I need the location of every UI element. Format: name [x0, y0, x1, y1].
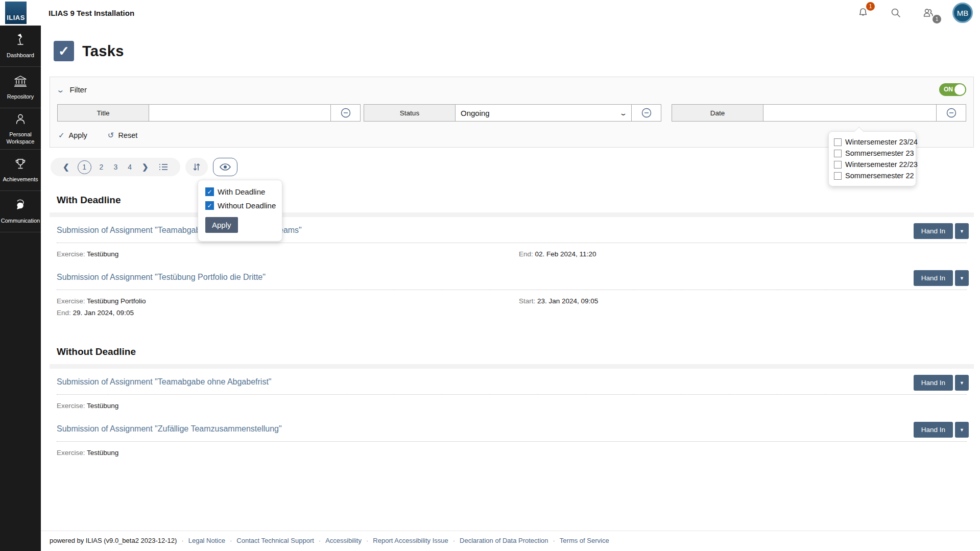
check-icon: ✓	[58, 131, 65, 140]
footer-link-report-accessibility[interactable]: Report Accessibility Issue	[373, 537, 448, 544]
status-selected-value: Ongoing	[461, 109, 490, 117]
pagination-page-2[interactable]: 2	[94, 163, 109, 171]
task-item: Submission of Assignment "Testübung Port…	[50, 264, 974, 323]
trophy-icon	[14, 157, 27, 173]
hand-in-button[interactable]: Hand In	[914, 375, 953, 391]
top-bar: ILIAS ILIAS 9 Test Installation 1 1 MB	[0, 0, 980, 26]
remove-title-filter-button[interactable]	[331, 104, 361, 122]
filter-apply-button[interactable]: ✓ Apply	[58, 131, 87, 140]
item-separator	[57, 394, 967, 395]
section-divider	[50, 364, 974, 369]
assignment-link[interactable]: Submission of Assignment "Teamabgabe ohn…	[57, 377, 272, 386]
sidebar-item-label: Communication	[0, 218, 41, 225]
page-title: Tasks	[82, 43, 124, 60]
pagination-page-4[interactable]: 4	[123, 163, 137, 171]
awareness-badge: 1	[933, 15, 941, 23]
section-without-deadline: Without Deadline Submission of Assignmen…	[50, 341, 974, 463]
footer-link-data-protection[interactable]: Declaration of Data Protection	[460, 537, 548, 544]
filter-apply-label: Apply	[69, 131, 87, 139]
hand-in-button[interactable]: Hand In	[914, 270, 953, 286]
unchecked-checkbox-icon[interactable]	[834, 150, 842, 157]
reset-icon: ↺	[108, 131, 114, 140]
title-filter-input[interactable]	[149, 104, 331, 122]
lamp-icon	[14, 33, 27, 49]
presentation-eye-button[interactable]	[213, 158, 237, 176]
hand-in-dropdown-caret[interactable]: ▼	[955, 422, 969, 438]
item-property: End: 02. Feb 2024, 11:20	[519, 250, 967, 258]
item-separator	[57, 243, 967, 243]
footer-link-accessibility[interactable]: Accessibility	[325, 537, 362, 544]
semester-option[interactable]: Wintersemester 22/23	[834, 160, 911, 169]
filter-on-toggle[interactable]: ON	[939, 83, 966, 96]
unchecked-checkbox-icon[interactable]	[834, 172, 842, 180]
sidebar-item-label: Achievements	[2, 176, 39, 183]
rows-per-page-list-icon[interactable]	[154, 163, 173, 171]
remove-date-filter-button[interactable]	[937, 104, 966, 122]
section-with-deadline: With Deadline Submission of Assignment "…	[50, 189, 974, 323]
awareness-contacts-icon[interactable]: 1	[920, 4, 937, 21]
filter-fields-row: Title Status Ongoing ⌄ Date	[57, 104, 966, 122]
sidebar-item-communication[interactable]: Communication	[0, 191, 41, 232]
item-property: End: 29. Jan 2024, 09:05	[57, 309, 519, 317]
page-header: ✓ Tasks	[50, 26, 974, 65]
sidebar-item-achievements[interactable]: Achievements	[0, 150, 41, 191]
filter-field-title: Title	[57, 104, 361, 122]
title-field-label: Title	[57, 104, 149, 122]
sidebar-item-label: Dashboard	[6, 52, 35, 59]
assignment-link[interactable]: Submission of Assignment "Zufällige Team…	[57, 424, 282, 433]
filter-collapse-chevron-icon[interactable]: ⌄	[56, 85, 65, 94]
hand-in-dropdown-caret[interactable]: ▼	[955, 223, 969, 239]
footer-link-contact-support[interactable]: Contact Technical Support	[236, 537, 314, 544]
footer-link-legal-notice[interactable]: Legal Notice	[188, 537, 225, 544]
ilias-logo[interactable]: ILIAS	[5, 2, 27, 24]
section-divider	[50, 212, 974, 217]
hand-in-button[interactable]: Hand In	[914, 422, 953, 438]
item-property: Exercise: Testübung	[57, 250, 519, 258]
toggle-knob	[954, 84, 965, 95]
status-filter-select[interactable]: Ongoing ⌄	[456, 104, 632, 122]
hand-in-dropdown-caret[interactable]: ▼	[955, 270, 969, 286]
tasks-check-icon: ✓	[54, 41, 74, 61]
search-icon[interactable]	[887, 4, 904, 21]
without-deadline-option[interactable]: ✓ Without Deadline	[205, 201, 275, 210]
semester-option[interactable]: Sommersemester 22	[834, 172, 911, 180]
popover-apply-button[interactable]: Apply	[205, 217, 238, 233]
assignment-link[interactable]: Submission of Assignment "Testübung Port…	[57, 273, 266, 281]
item-property: Start: 23. Jan 2024, 09:05	[519, 297, 967, 305]
footer-link-terms-of-service[interactable]: Terms of Service	[560, 537, 609, 544]
pagination-page-1-current[interactable]: 1	[78, 160, 91, 174]
page-footer: powered by ILIAS (v9.0_beta2 2023-12-12)…	[41, 531, 980, 551]
sidebar-item-repository[interactable]: Repository	[0, 67, 41, 108]
semester-option[interactable]: Wintersemester 23/24	[834, 138, 911, 146]
sort-order-button[interactable]	[185, 158, 208, 176]
main-content: ✓ Tasks ⌄ Filter ON Title Stat	[41, 26, 980, 463]
semester-option[interactable]: Sommersemester 23	[834, 149, 911, 157]
remove-status-filter-button[interactable]	[632, 104, 661, 122]
sidebar-item-label: Repository	[6, 93, 35, 101]
filter-reset-button[interactable]: ↺ Reset	[108, 131, 137, 140]
user-avatar[interactable]: MB	[952, 3, 973, 23]
unchecked-checkbox-icon[interactable]	[834, 138, 842, 146]
hand-in-button[interactable]: Hand In	[914, 223, 953, 239]
sidebar-item-personal-workspace[interactable]: Personal Workspace	[0, 108, 41, 150]
pagination: ❮ 1 2 3 4 ❯	[51, 158, 180, 176]
checked-checkbox-icon[interactable]: ✓	[205, 201, 214, 210]
item-property: Exercise: Testübung	[57, 449, 519, 457]
unchecked-checkbox-icon[interactable]	[834, 161, 842, 169]
hand-in-dropdown-caret[interactable]: ▼	[955, 375, 969, 391]
filter-label[interactable]: Filter	[70, 85, 87, 94]
person-icon	[14, 112, 27, 128]
checked-checkbox-icon[interactable]: ✓	[205, 187, 214, 196]
notification-bell-icon[interactable]: 1	[854, 4, 872, 21]
item-property: Exercise: Testübung	[57, 402, 519, 410]
sidebar-item-dashboard[interactable]: Dashboard	[0, 26, 41, 67]
pagination-prev-icon[interactable]: ❮	[58, 162, 75, 172]
powered-by-text: powered by ILIAS (v9.0_beta2 2023-12-12)	[50, 537, 177, 544]
installation-title: ILIAS 9 Test Installation	[49, 9, 134, 17]
pagination-next-icon[interactable]: ❯	[137, 162, 154, 172]
chat-icon	[13, 199, 28, 214]
date-filter-input[interactable]	[763, 104, 937, 122]
section-heading: Without Deadline	[50, 341, 974, 364]
pagination-page-3[interactable]: 3	[108, 163, 123, 171]
with-deadline-option[interactable]: ✓ With Deadline	[205, 187, 275, 196]
